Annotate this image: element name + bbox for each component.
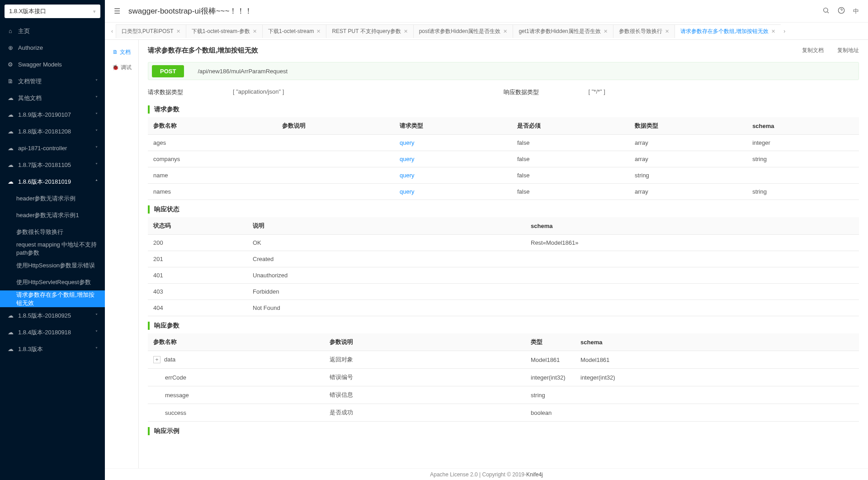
tab-4[interactable]: post请求参数Hidden属性是否生效✕ bbox=[413, 24, 514, 38]
sidebar-item-10[interactable]: ☁1.8.5版本-20180925˅ bbox=[0, 307, 105, 324]
sidebar-item-4[interactable]: ☁其他文档˅ bbox=[0, 90, 105, 106]
sidebar-subitem-4[interactable]: 使用HttpSession参数显示错误 bbox=[0, 257, 105, 274]
param-required: false bbox=[512, 167, 629, 184]
section-title-res-example: 响应示例 bbox=[148, 427, 859, 435]
param-schema: integer bbox=[747, 135, 859, 151]
table-row: namequeryfalsestring bbox=[148, 167, 859, 184]
req-type-value: [ "application/json" ] bbox=[233, 88, 284, 96]
copy-doc-button[interactable]: 复制文档 bbox=[802, 47, 824, 54]
sidebar-item-0[interactable]: ⌂主页 bbox=[0, 23, 105, 39]
close-icon[interactable]: ✕ bbox=[604, 29, 608, 34]
page-title: swagger-bootstrap-ui很棒~~~！！！ bbox=[128, 6, 252, 16]
sidebar-item-label: api-1871-controller bbox=[18, 145, 67, 152]
header: ☰ swagger-bootstrap-ui很棒~~~！！！ 中 bbox=[105, 0, 868, 23]
param-name: names bbox=[148, 184, 277, 200]
tab-1[interactable]: 下载1-octet-stream-参数✕ bbox=[186, 24, 263, 38]
side-tab-doc[interactable]: 🗎 文档 bbox=[105, 44, 138, 60]
chevron-down-icon: ˅ bbox=[95, 146, 98, 151]
chevron-down-icon: ˅ bbox=[95, 95, 98, 100]
tabs-bar: ‹ 口类型3,PUT和POST✕下载1-octet-stream-参数✕下载1-… bbox=[105, 23, 868, 40]
table-header: schema bbox=[747, 117, 859, 135]
tab-0[interactable]: 口类型3,PUT和POST✕ bbox=[116, 24, 186, 38]
table-row: 401Unauthorized bbox=[148, 267, 859, 284]
tab-2[interactable]: 下载1-octet-stream✕ bbox=[262, 24, 326, 38]
param-in: query bbox=[394, 151, 512, 167]
tab-6[interactable]: 参数很长导致换行✕ bbox=[613, 24, 675, 38]
menu-icon: ☁ bbox=[7, 312, 14, 319]
tab-7[interactable]: 请求参数存在多个数组,增加按钮无效✕ bbox=[675, 24, 781, 38]
main: ☰ swagger-bootstrap-ui很棒~~~！！！ 中 ‹ 口类型3,… bbox=[105, 0, 868, 480]
chevron-down-icon: ˅ bbox=[95, 330, 98, 335]
sidebar-item-1[interactable]: ⊕Authorize bbox=[0, 39, 105, 56]
close-icon[interactable]: ✕ bbox=[316, 29, 321, 34]
table-row: +data返回对象Model1861Model1861 bbox=[148, 351, 859, 369]
res-status-table: 状态码说明schema 200OKRest«Model1861»201Creat… bbox=[148, 217, 859, 316]
param-type: Model1861 bbox=[525, 351, 575, 369]
side-tab-debug[interactable]: 🐞 调试 bbox=[105, 60, 138, 75]
sidebar-subitem-3[interactable]: request mapping 中地址不支持path参数 bbox=[0, 240, 105, 257]
expand-icon[interactable]: + bbox=[153, 356, 160, 363]
sidebar-item-2[interactable]: ⚙Swagger Models bbox=[0, 56, 105, 73]
version-select[interactable]: 1.8.X版本接口 ▾ bbox=[5, 5, 100, 18]
param-schema: Model1861 bbox=[575, 351, 859, 369]
tabs-prev-icon[interactable]: ‹ bbox=[108, 28, 116, 34]
tabs-next-icon[interactable]: › bbox=[781, 28, 788, 34]
menu-collapse-icon[interactable]: ☰ bbox=[114, 7, 120, 15]
param-name: errCode bbox=[148, 369, 324, 386]
status-schema bbox=[525, 251, 859, 267]
menu-icon: ☁ bbox=[7, 111, 14, 118]
status-schema bbox=[525, 300, 859, 316]
footer-brand[interactable]: Knife4j bbox=[526, 471, 543, 478]
param-desc: 错误编号 bbox=[324, 369, 525, 386]
sidebar-item-12[interactable]: ☁1.8.3版本˅ bbox=[0, 341, 105, 357]
sidebar-item-7[interactable]: ☁api-1871-controller˅ bbox=[0, 140, 105, 157]
menu-icon: ☁ bbox=[7, 329, 14, 336]
help-icon[interactable] bbox=[838, 7, 845, 15]
sidebar-item-9[interactable]: ☁1.8.6版本-20181019˄ bbox=[0, 173, 105, 190]
tab-3[interactable]: REST PUT 不支持query参数✕ bbox=[326, 24, 413, 38]
menu-icon: ☁ bbox=[7, 162, 14, 168]
status-schema bbox=[525, 284, 859, 300]
copy-url-button[interactable]: 复制地址 bbox=[837, 47, 859, 54]
sidebar-item-6[interactable]: ☁1.8.8版本-20181208˅ bbox=[0, 123, 105, 140]
search-icon[interactable] bbox=[822, 7, 830, 15]
close-icon[interactable]: ✕ bbox=[253, 29, 257, 34]
method-badge: POST bbox=[152, 65, 184, 77]
sidebar-item-label: 其他文档 bbox=[18, 94, 42, 102]
sidebar-subitem-2[interactable]: 参数很长导致换行 bbox=[0, 223, 105, 240]
sidebar-item-3[interactable]: 🗎文档管理˅ bbox=[0, 73, 105, 90]
close-icon[interactable]: ✕ bbox=[665, 29, 669, 34]
close-icon[interactable]: ✕ bbox=[176, 29, 180, 34]
menu-icon: ☁ bbox=[7, 95, 14, 101]
tab-label: REST PUT 不支持query参数 bbox=[332, 28, 401, 35]
sidebar-item-5[interactable]: ☁1.8.9版本-20190107˅ bbox=[0, 106, 105, 123]
close-icon[interactable]: ✕ bbox=[404, 29, 408, 34]
table-header: 请求类型 bbox=[394, 117, 512, 135]
sidebar-subitem-0[interactable]: header参数无请求示例 bbox=[0, 190, 105, 207]
api-title: 请求参数存在多个数组,增加按钮无效 bbox=[148, 46, 258, 55]
sidebar-item-label: 1.8.9版本-20190107 bbox=[18, 111, 71, 119]
param-name: message bbox=[148, 386, 324, 404]
sidebar-subitem-6[interactable]: 请求参数存在多个数组,增加按钮无效 bbox=[0, 290, 105, 307]
document-icon: 🗎 bbox=[113, 49, 118, 55]
sidebar-item-8[interactable]: ☁1.8.7版本-20181105˅ bbox=[0, 157, 105, 173]
sidebar-item-label: 1.8.6版本-20181019 bbox=[18, 178, 71, 186]
chevron-down-icon: ˅ bbox=[95, 162, 98, 167]
param-name: companys bbox=[148, 151, 277, 167]
param-in: query bbox=[394, 135, 512, 151]
close-icon[interactable]: ✕ bbox=[503, 29, 507, 34]
sidebar-item-11[interactable]: ☁1.8.4版本-20180918˅ bbox=[0, 324, 105, 341]
section-title-res-params: 响应参数 bbox=[148, 322, 859, 330]
table-header: 参数名称 bbox=[148, 333, 324, 351]
close-icon[interactable]: ✕ bbox=[771, 29, 775, 34]
tab-label: 请求参数存在多个数组,增加按钮无效 bbox=[680, 28, 769, 35]
menu-icon: ☁ bbox=[7, 178, 14, 185]
tab-5[interactable]: get1请求参数Hidden属性是否生效✕ bbox=[513, 24, 613, 38]
sidebar-subitem-5[interactable]: 使用HttpServletRequest参数 bbox=[0, 274, 105, 290]
language-toggle[interactable]: 中 bbox=[853, 7, 859, 15]
param-desc bbox=[277, 167, 394, 184]
req-params-table: 参数名称参数说明请求类型是否必须数据类型schema agesqueryfals… bbox=[148, 117, 859, 200]
menu-icon: ⚙ bbox=[7, 61, 14, 68]
sidebar-subitem-1[interactable]: header参数无请求示例1 bbox=[0, 207, 105, 223]
param-schema bbox=[575, 404, 859, 422]
